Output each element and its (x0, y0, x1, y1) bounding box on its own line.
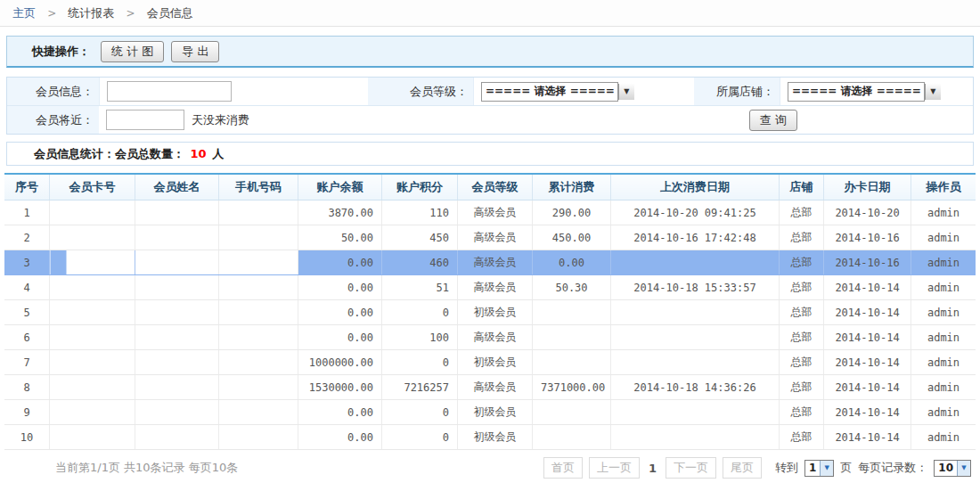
cell-total-spend (533, 425, 611, 450)
store-select[interactable]: ===== 请选择 ===== ▼ (788, 82, 925, 102)
cell-card-no (50, 250, 135, 275)
cell-store: 总部 (780, 200, 824, 225)
table-row[interactable]: 60.00100高级会员总部2014-10-14admin (4, 325, 976, 350)
cell-operator: admin (911, 200, 976, 225)
member-level-selected-value: ===== 请选择 ===== (482, 84, 618, 99)
cell-last-spend-date (611, 325, 780, 350)
cell-level: 高级会员 (458, 200, 533, 225)
cell-balance: 0.00 (298, 425, 382, 450)
chevron-down-icon: ▼ (925, 84, 941, 100)
col-header-name: 会员姓名 (135, 174, 219, 200)
goto-page-select[interactable]: 1 ▼ (804, 460, 834, 477)
cell-name (135, 275, 219, 300)
cell-last-spend-date: 2014-10-20 09:41:25 (611, 200, 780, 225)
cell-last-spend-date (611, 425, 780, 450)
col-header-last-spend-date: 上次消费日期 (611, 174, 780, 200)
cell-store: 总部 (780, 350, 824, 375)
prev-page-button[interactable]: 上一页 (589, 457, 640, 479)
cell-total-spend: 450.00 (533, 225, 611, 250)
cell-points: 460 (382, 250, 458, 275)
cell-index: 6 (4, 325, 50, 350)
table-row[interactable]: 40.0051高级会员50.302014-10-18 15:33:57总部201… (4, 275, 976, 300)
cell-operator: admin (911, 275, 976, 300)
breadcrumb-home[interactable]: 主页 (12, 6, 36, 20)
cell-phone (219, 325, 298, 350)
cell-last-spend-date (611, 350, 780, 375)
cell-phone (219, 300, 298, 325)
cell-total-spend (533, 350, 611, 375)
table-row[interactable]: 71000000.000初级会员总部2014-10-14admin (4, 350, 976, 375)
page-size-select[interactable]: 10 ▼ (934, 460, 971, 477)
cell-total-spend: 7371000.00 (533, 375, 611, 400)
col-header-index: 序号 (4, 174, 50, 200)
table-footer: 当前第1/1页 共10条记录 每页10条 首页 上一页 1 下一页 尾页 转到 … (0, 456, 980, 479)
table-row[interactable]: 250.00450高级会员450.002014-10-16 17:42:48总部… (4, 225, 976, 250)
page-size-value: 10 (935, 462, 957, 474)
table-row[interactable]: 100.000初级会员总部2014-10-14admin (4, 425, 976, 450)
search-button[interactable]: 查 询 (749, 110, 797, 131)
member-table: 序号会员卡号会员姓名手机号码账户余额账户积分会员等级累计消费上次消费日期店铺办卡… (4, 173, 976, 450)
cell-total-spend (533, 325, 611, 350)
first-page-button[interactable]: 首页 (543, 457, 583, 479)
cell-phone (219, 425, 298, 450)
breadcrumb-separator: > (47, 7, 56, 20)
cell-phone (219, 250, 298, 275)
breadcrumb-reports[interactable]: 统计报表 (68, 6, 114, 20)
cell-card-no (50, 225, 135, 250)
cell-level: 初级会员 (458, 300, 533, 325)
cell-name (135, 325, 219, 350)
cell-level: 初级会员 (458, 350, 533, 375)
chevron-down-icon: ▼ (618, 84, 634, 100)
table-row[interactable]: 81530000.007216257高级会员7371000.002014-10-… (4, 375, 976, 400)
cell-operator: admin (911, 300, 976, 325)
breadcrumb-separator: > (126, 7, 135, 20)
stat-chart-button[interactable]: 统 计 图 (101, 41, 164, 62)
cell-index: 2 (4, 225, 50, 250)
col-header-phone: 手机号码 (219, 174, 298, 200)
cell-phone (219, 400, 298, 425)
cell-card-date: 2014-10-14 (824, 425, 911, 450)
cell-card-date: 2014-10-14 (824, 275, 911, 300)
cell-store: 总部 (780, 400, 824, 425)
next-page-button[interactable]: 下一页 (666, 457, 716, 479)
cell-phone (219, 225, 298, 250)
goto-label: 转到 (775, 460, 798, 476)
store-label: 所属店铺： (694, 78, 780, 105)
cell-name (135, 300, 219, 325)
cell-total-spend: 50.30 (533, 275, 611, 300)
cell-index: 1 (4, 200, 50, 225)
member-stats-bar: 会员信息统计：会员总数量： 10 人 (6, 142, 974, 166)
last-page-button[interactable]: 尾页 (723, 457, 762, 479)
cell-store: 总部 (780, 250, 824, 275)
member-total-count: 10 (191, 147, 207, 160)
cell-balance: 0.00 (298, 275, 382, 300)
cell-last-spend-date (611, 250, 780, 275)
cell-store: 总部 (780, 325, 824, 350)
filter-row-1: 会员信息： 会员等级： ===== 请选择 ===== ▼ 所属店铺： ====… (7, 78, 973, 105)
table-row[interactable]: 90.000初级会员总部2014-10-14admin (4, 400, 976, 425)
cell-total-spend: 290.00 (533, 200, 611, 225)
cell-phone (219, 350, 298, 375)
cell-card-date: 2014-10-14 (824, 350, 911, 375)
cell-store: 总部 (780, 375, 824, 400)
cell-last-spend-date: 2014-10-18 14:36:26 (611, 375, 780, 400)
cell-phone (219, 200, 298, 225)
cell-index: 3 (4, 250, 50, 275)
days-input[interactable] (106, 110, 184, 130)
table-row[interactable]: 50.000初级会员总部2014-10-14admin (4, 300, 976, 325)
pagination-controls: 首页 上一页 1 下一页 尾页 转到 1 ▼ 页 每页记录数： 10 ▼ (543, 457, 971, 479)
cell-balance: 0.00 (298, 250, 382, 275)
cell-name (135, 250, 219, 275)
cell-balance: 3870.00 (298, 200, 382, 225)
cell-name (135, 350, 219, 375)
cell-operator: admin (911, 400, 976, 425)
chevron-down-icon: ▼ (957, 461, 970, 476)
export-button[interactable]: 导 出 (171, 41, 219, 62)
cell-operator: admin (911, 425, 976, 450)
cell-store: 总部 (780, 425, 824, 450)
table-row[interactable]: 30.00460高级会员0.00总部2014-10-16admin (4, 250, 976, 275)
member-info-input[interactable] (107, 81, 232, 102)
table-row[interactable]: 13870.00110高级会员290.002014-10-20 09:41:25… (4, 200, 976, 225)
member-level-select[interactable]: ===== 请选择 ===== ▼ (481, 82, 618, 102)
cell-last-spend-date (611, 400, 780, 425)
